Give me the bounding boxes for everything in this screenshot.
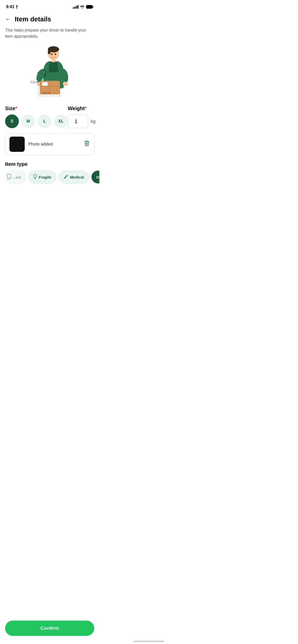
dimension-12cm: 12cm — [30, 80, 38, 84]
weight-input-row: kg — [68, 114, 96, 128]
photo-left: Photo added — [9, 137, 53, 152]
weight-label: Weight* — [68, 106, 96, 111]
weight-group: Weight* kg — [68, 106, 96, 128]
item-type-section: Item type ...ics Fragile — [0, 161, 99, 189]
chip-others[interactable]: Others ··· — [91, 171, 99, 183]
page-title: Item details — [15, 15, 51, 23]
size-weight-section: Size* S M L XL Weight* kg — [0, 106, 99, 128]
electronics-icon — [7, 174, 11, 180]
others-label: Others — [96, 175, 99, 179]
status-icons — [73, 5, 93, 9]
electronics-label: ...ics — [13, 175, 21, 179]
size-label: Size* — [5, 106, 68, 111]
illustration-area: 15cm 12cm 20cm — [0, 45, 99, 106]
fragile-icon — [33, 174, 37, 180]
size-btn-l[interactable]: L — [38, 114, 51, 128]
status-time: 9:41 — [6, 5, 18, 9]
item-type-chips: ...ics Fragile Medical — [0, 171, 99, 183]
chip-electronics[interactable]: ...ics — [5, 171, 26, 183]
photo-section: Photo added — [5, 133, 94, 155]
chip-medical[interactable]: Medical — [59, 171, 89, 183]
medical-label: Medical — [70, 175, 84, 179]
size-btn-xl[interactable]: XL — [54, 114, 68, 128]
time-label: 9:41 — [6, 5, 14, 9]
fragile-label: Fragile — [39, 175, 51, 179]
svg-rect-4 — [48, 50, 50, 54]
size-btn-s[interactable]: S — [5, 114, 19, 128]
svg-point-9 — [63, 82, 68, 86]
svg-rect-0 — [86, 5, 92, 9]
svg-rect-14 — [42, 82, 48, 86]
weight-input[interactable] — [68, 114, 88, 128]
item-type-title: Item type — [0, 161, 99, 171]
size-btn-m[interactable]: M — [21, 114, 35, 128]
header: ← Item details — [0, 12, 99, 25]
dimension-20cm: 20cm — [42, 91, 50, 95]
delete-photo-button[interactable] — [84, 140, 90, 148]
weight-unit: kg — [91, 119, 96, 124]
svg-point-17 — [51, 53, 52, 55]
photo-label: Photo added — [28, 142, 53, 147]
medical-icon — [64, 174, 68, 180]
signal-icon — [73, 5, 78, 9]
size-group: Size* S M L XL — [5, 106, 68, 128]
svg-rect-5 — [52, 59, 55, 62]
wifi-icon — [80, 5, 85, 9]
battery-icon — [86, 5, 93, 9]
svg-rect-1 — [92, 6, 93, 8]
photo-thumbnail — [9, 137, 25, 152]
svg-point-18 — [55, 53, 56, 55]
location-icon — [15, 5, 18, 9]
status-bar: 9:41 — [0, 0, 99, 12]
back-button[interactable]: ← — [5, 16, 11, 23]
description-text: This helps prepare your driver to handle… — [0, 25, 99, 45]
svg-point-29 — [9, 178, 9, 178]
size-buttons: S M L XL — [5, 114, 68, 128]
dimension-15cm: 15cm — [37, 71, 45, 75]
courier-figure: 15cm 12cm 20cm — [24, 46, 75, 102]
chip-fragile[interactable]: Fragile — [29, 171, 56, 183]
